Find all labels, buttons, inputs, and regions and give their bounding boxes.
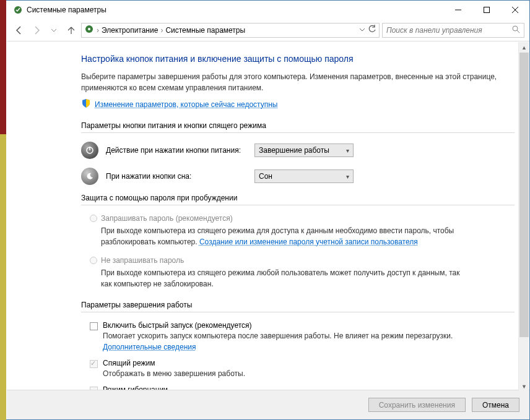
maximize-button[interactable] — [472, 1, 501, 19]
scroll-up-icon[interactable]: ▲ — [519, 42, 529, 53]
checkbox-label: Спящий режим — [103, 359, 155, 367]
svg-rect-2 — [484, 7, 490, 13]
nav-row: › Электропитание › Системные параметры — [7, 19, 529, 41]
chevron-right-icon: › — [160, 26, 163, 35]
more-info-link[interactable]: Дополнительные сведения — [103, 343, 196, 351]
footer: Сохранить изменения Отмена — [7, 390, 529, 419]
checkbox-description: Помогает ускорить запуск компьютера посл… — [103, 330, 462, 353]
address-dropdown-icon[interactable] — [359, 26, 365, 35]
change-unavailable-link[interactable]: Изменение параметров, которые сейчас нед… — [95, 100, 278, 109]
checkbox-label: Режим гибернации — [103, 385, 168, 390]
save-button[interactable]: Сохранить изменения — [368, 398, 466, 412]
close-button[interactable] — [501, 1, 529, 19]
chevron-down-icon: ▾ — [346, 147, 349, 154]
refresh-icon[interactable] — [368, 25, 376, 35]
checkbox-fast-startup[interactable] — [90, 322, 98, 330]
chevron-down-icon: ▾ — [346, 173, 349, 180]
recent-dropdown[interactable] — [46, 23, 61, 38]
create-password-link[interactable]: Создание или изменение пароля учетной за… — [199, 238, 418, 246]
section-header-shutdown: Параметры завершения работы — [81, 301, 515, 312]
section-header-buttons: Параметры кнопки питания и кнопки спящег… — [81, 121, 515, 133]
radio-no-password — [90, 257, 97, 264]
search-icon[interactable] — [511, 25, 520, 35]
checkbox-sleep — [90, 360, 98, 368]
breadcrumb-item[interactable]: Электропитание — [102, 26, 158, 35]
scroll-thumb[interactable] — [519, 53, 529, 337]
checkbox-description: Отображать в меню завершения работы. — [103, 368, 462, 379]
search-box[interactable] — [382, 23, 524, 38]
forward-button[interactable] — [29, 23, 44, 38]
address-bar[interactable]: › Электропитание › Системные параметры — [81, 23, 380, 38]
intro-text: Выберите параметры завершения работы для… — [81, 71, 515, 93]
radio-description: При выходе компьютера из спящего режима … — [101, 267, 472, 289]
power-button-select[interactable]: Завершение работы ▾ — [254, 144, 354, 157]
power-plan-icon — [84, 24, 94, 36]
power-button-label: Действие при нажатии кнопки питания: — [106, 146, 254, 155]
back-button[interactable] — [12, 23, 27, 38]
search-input[interactable] — [386, 26, 511, 35]
power-options-icon — [13, 5, 23, 15]
content-area: Настройка кнопок питания и включение защ… — [7, 41, 529, 390]
checkbox-label: Включить быстрый запуск (рекомендуется) — [103, 321, 252, 330]
page-heading: Настройка кнопок питания и включение защ… — [81, 54, 515, 64]
radio-label: Запрашивать пароль (рекомендуется) — [101, 214, 233, 223]
scrollbar[interactable]: ▲ ▼ — [518, 42, 529, 392]
scroll-down-icon[interactable]: ▼ — [519, 381, 529, 392]
minimize-button[interactable] — [444, 1, 472, 19]
svg-line-8 — [517, 30, 519, 33]
breadcrumb-item[interactable]: Системные параметры — [165, 26, 245, 35]
power-button-icon — [81, 142, 98, 159]
svg-point-6 — [88, 28, 90, 30]
sleep-button-label: При нажатии кнопки сна: — [106, 172, 254, 181]
window-title: Системные параметры — [27, 6, 106, 14]
sleep-button-select[interactable]: Сон ▾ — [254, 169, 354, 183]
select-value: Завершение работы — [259, 146, 329, 155]
up-button[interactable] — [64, 23, 79, 38]
radio-require-password — [90, 215, 97, 222]
radio-description: При выходе компьютера из спящего режима … — [101, 225, 472, 247]
select-value: Сон — [259, 172, 272, 181]
chevron-right-icon: › — [97, 26, 99, 35]
section-header-password: Защита с помощью пароля при пробуждении — [81, 194, 515, 205]
titlebar: Системные параметры — [7, 1, 529, 19]
radio-label: Не запрашивать пароль — [101, 256, 184, 265]
shield-icon — [81, 98, 91, 110]
cancel-button[interactable]: Отмена — [472, 398, 519, 412]
sleep-button-icon — [81, 168, 98, 185]
checkbox-hibernate — [90, 387, 98, 390]
svg-point-7 — [513, 26, 518, 31]
